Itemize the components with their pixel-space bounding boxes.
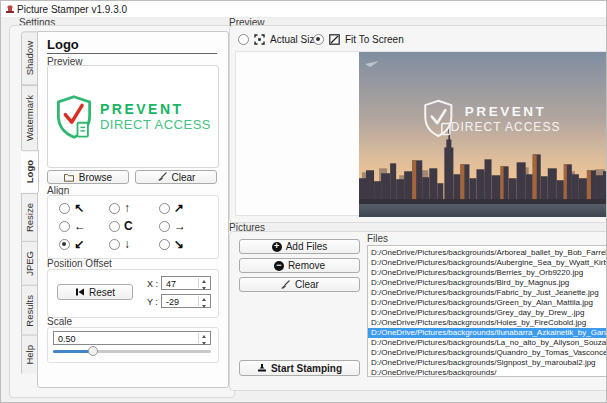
pda-logo-line2: DIRECT ACCESS	[100, 117, 211, 132]
arrow-glyph: ↘	[174, 238, 184, 250]
add-files-button[interactable]: + Add Files	[239, 239, 360, 254]
file-item[interactable]: D:/OneDrive/Pictures/backgrounds/Aubergi…	[368, 258, 607, 268]
radio	[159, 239, 170, 250]
actual-size-option[interactable]: Actual Size	[238, 34, 320, 45]
arrow-glyph: ←	[74, 220, 86, 232]
broom-icon	[157, 172, 168, 182]
file-item[interactable]: D:/OneDrive/Pictures/backgrounds/Grey_da…	[368, 308, 607, 318]
actual-size-icon	[254, 34, 265, 45]
file-item[interactable]: D:/OneDrive/Pictures/backgrounds/Green_b…	[368, 298, 607, 308]
radio	[159, 221, 170, 232]
minus-circle-icon: −	[274, 261, 284, 271]
radio	[238, 34, 249, 45]
fit-to-screen-icon	[329, 34, 340, 45]
align-left[interactable]: ←	[59, 217, 109, 235]
pda-shield-icon	[55, 95, 93, 139]
scale-spinbox[interactable]: 0.50	[53, 331, 211, 345]
files-listbox[interactable]: D:/OneDrive/Pictures/backgrounds/Arborea…	[367, 245, 607, 377]
start-stamping-button[interactable]: Start Stamping	[239, 360, 360, 376]
y-offset-spinbox[interactable]: -29	[161, 294, 211, 308]
title-bar: Picture Stamper v1.9.3.0	[1, 1, 607, 18]
logo-heading: Logo	[47, 37, 79, 52]
scale-label: Scale	[47, 316, 72, 327]
x-label: X :	[147, 279, 158, 289]
arrow-glyph: ↖	[74, 202, 84, 214]
slider-thumb[interactable]	[88, 346, 98, 356]
watermark-line2: DIRECT ACCESS	[451, 120, 561, 134]
skip-back-icon	[75, 288, 85, 296]
folder-icon	[64, 173, 75, 182]
file-item[interactable]: D:/OneDrive/Pictures/backgrounds/Berries…	[368, 268, 607, 278]
arrow-glyph: ↑	[124, 202, 130, 214]
radio	[159, 203, 170, 214]
spin-buttons[interactable]	[198, 278, 209, 288]
radio	[109, 221, 120, 232]
file-item[interactable]: D:/OneDrive/Pictures/backgrounds/Arborea…	[368, 248, 607, 258]
preview-viewport: PREVENT DIRECT ACCESS	[235, 51, 607, 216]
align-right[interactable]: →	[159, 217, 209, 235]
align-top-right[interactable]: ↗	[159, 199, 209, 217]
preview-image: PREVENT DIRECT ACCESS	[359, 52, 607, 217]
y-label: Y :	[147, 297, 158, 307]
radio	[59, 203, 70, 214]
align-bottom-left[interactable]: ↙	[59, 235, 109, 253]
files-label: Files	[367, 233, 388, 244]
arrow-glyph: ↓	[124, 238, 130, 250]
remove-button[interactable]: − Remove	[239, 258, 360, 273]
reset-button[interactable]: Reset	[57, 284, 133, 300]
radio	[59, 221, 70, 232]
file-item[interactable]: D:/OneDrive/Pictures/backgrounds/Holes_b…	[368, 318, 607, 328]
radio	[109, 203, 120, 214]
pictures-clear-button[interactable]: Clear	[239, 277, 360, 292]
file-item[interactable]: D:/OneDrive/Pictures/backgrounds/Ilunaba…	[368, 328, 607, 338]
align-top[interactable]: ↑	[109, 199, 159, 217]
fit-to-screen-option[interactable]: Fit To Screen	[313, 34, 404, 45]
align-grid: ↖↑↗←C→↙↓↘	[59, 199, 209, 253]
slider-fill	[53, 350, 93, 353]
file-item[interactable]: D:/OneDrive/Pictures/backgrounds/Fabric_…	[368, 288, 607, 298]
file-item[interactable]: D:/OneDrive/Pictures/backgrounds/Signpos…	[368, 358, 607, 368]
position-offset-label: Position Offset	[47, 258, 112, 269]
logo-preview-box: PREVENT DIRECT ACCESS	[47, 65, 219, 168]
arrow-glyph: →	[174, 220, 186, 232]
arrow-glyph: C	[124, 220, 133, 232]
stamp-icon	[257, 363, 267, 373]
file-item[interactable]: D:/OneDrive/Pictures/backgrounds/La_no_a…	[368, 338, 607, 348]
window-title: Picture Stamper v1.9.3.0	[17, 4, 127, 15]
heading-rule	[47, 53, 217, 54]
align-bottom-right[interactable]: ↘	[159, 235, 209, 253]
align-bottom[interactable]: ↓	[109, 235, 159, 253]
align-center[interactable]: C	[109, 217, 159, 235]
spin-buttons[interactable]	[198, 333, 209, 343]
radio	[313, 34, 324, 45]
file-item[interactable]: D:/OneDrive/Pictures/backgrounds/	[368, 368, 607, 377]
plus-circle-icon: +	[272, 242, 282, 252]
browse-button[interactable]: Browse	[47, 170, 129, 184]
align-top-left[interactable]: ↖	[59, 199, 109, 217]
radio	[109, 239, 120, 250]
arrow-glyph: ↙	[74, 238, 84, 250]
pda-logo-line1: PREVENT	[100, 101, 211, 117]
file-item[interactable]: D:/OneDrive/Pictures/backgrounds/Bird_by…	[368, 278, 607, 288]
x-offset-spinbox[interactable]: 47	[161, 276, 211, 290]
scale-slider[interactable]	[53, 350, 211, 353]
spin-buttons[interactable]	[198, 296, 209, 306]
app-icon	[5, 4, 15, 14]
logo-clear-button[interactable]: Clear	[135, 170, 217, 184]
arrow-glyph: ↗	[174, 202, 184, 214]
radio	[59, 239, 70, 250]
file-item[interactable]: D:/OneDrive/Pictures/backgrounds/Quandro…	[368, 348, 607, 358]
watermark-line1: PREVENT	[465, 104, 547, 119]
broom-icon	[280, 280, 291, 290]
tab-logo[interactable]: Logo	[21, 150, 39, 192]
settings-tab-strip: ShadowWatermarkLogoResizeJPEGResultsHelp	[21, 31, 38, 374]
app-window: Picture Stamper v1.9.3.0 Settings Shadow…	[0, 0, 607, 403]
